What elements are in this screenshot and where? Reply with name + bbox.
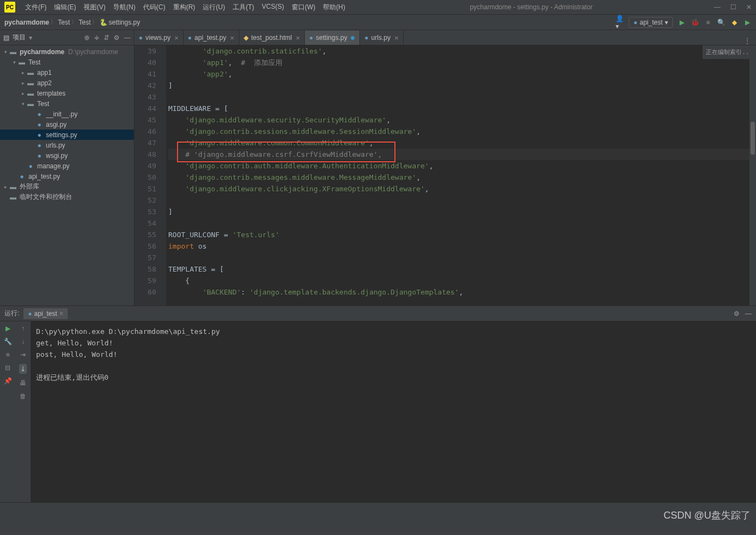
menu-item[interactable]: VCS(S) (258, 2, 287, 13)
close-tab-icon[interactable]: × (174, 34, 179, 42)
menu-item[interactable]: 导航(N) (110, 2, 139, 13)
tree-row[interactable]: ▸▬app2 (0, 78, 134, 88)
maximize-icon[interactable]: ☐ (730, 3, 736, 11)
stop-icon[interactable]: ■ (704, 18, 712, 27)
pin-icon[interactable]: 📌 (4, 377, 12, 385)
ide-update-icon[interactable]: ◆ (730, 18, 739, 27)
tree-arrow-icon[interactable]: ▾ (11, 60, 17, 65)
debug-icon[interactable]: 🐞 (690, 18, 699, 27)
tree-row[interactable]: ▾▬Test (0, 98, 134, 109)
tree-row[interactable]: ▾▬Test (0, 57, 134, 67)
editor-scrollbar[interactable] (749, 45, 756, 305)
menu-item[interactable]: 代码(C) (140, 2, 169, 13)
tree-row[interactable]: ●wsgi.py (0, 150, 134, 161)
console-output[interactable]: D:\py\python.exe D:\pycharmdome\api_test… (31, 321, 756, 502)
code-line[interactable]: 'django.middleware.clickjacking.XFrameOp… (168, 183, 756, 195)
up-icon[interactable]: ↑ (21, 325, 25, 332)
down-icon[interactable]: ↓ (21, 338, 25, 345)
gear-icon[interactable]: ⚙ (734, 310, 740, 318)
tree-arrow-icon[interactable]: ▸ (20, 91, 26, 96)
code-line[interactable]: import os (168, 240, 756, 252)
print-icon[interactable]: 🖶 (20, 379, 26, 387)
menu-item[interactable]: 窗口(W) (288, 2, 318, 13)
menu-item[interactable]: 视图(V) (80, 2, 109, 13)
breadcrumb-root[interactable]: pycharmdome (4, 19, 49, 26)
tree-row[interactable]: ▾▬pycharmdome D:\pycharmdome (0, 46, 134, 57)
close-icon[interactable]: × (60, 310, 63, 318)
tree-arrow-icon[interactable]: ▸ (20, 80, 26, 86)
code-line[interactable]: MIDDLEWARE = [ (168, 103, 756, 114)
add-user-icon[interactable]: 👤▾ (616, 18, 624, 27)
rerun-icon[interactable]: ▶ (5, 325, 10, 332)
tree-row[interactable]: ▬临时文件和控制台 (0, 192, 134, 202)
tree-arrow-icon[interactable]: ▾ (2, 49, 9, 55)
code-line[interactable]: ] (168, 206, 756, 217)
toolbox-icon[interactable]: ▶ (743, 18, 752, 27)
stop-icon[interactable]: ■ (5, 351, 9, 358)
menu-item[interactable]: 工具(T) (229, 2, 257, 13)
code-line[interactable]: 'django.contrib.staticfiles', (168, 45, 756, 57)
tree-arrow-icon[interactable]: ▸ (20, 70, 26, 75)
target-icon[interactable]: ⊕ (84, 34, 90, 42)
hide-icon[interactable]: — (745, 310, 752, 318)
breadcrumb-folder[interactable]: Test (58, 19, 70, 26)
code-line[interactable]: ] (168, 80, 756, 91)
code-line[interactable] (168, 91, 756, 103)
menu-item[interactable]: 运行(U) (199, 2, 228, 13)
code-line[interactable]: ROOT_URLCONF = 'Test.urls' (168, 229, 756, 240)
gear-icon[interactable]: ⚙ (114, 34, 120, 42)
code-editor[interactable]: 3940414243444546474849505152535455565758… (134, 45, 756, 305)
editor-tab[interactable]: ◆test_post.html× (239, 31, 305, 45)
tree-arrow-icon[interactable]: ▾ (20, 101, 26, 107)
more-tabs-icon[interactable]: ⋮ (739, 37, 756, 45)
scroll-to-end-icon[interactable]: ⤓ (19, 364, 27, 374)
tree-row[interactable]: ▸▬外部库 (0, 181, 134, 192)
tree-row[interactable]: ●__init__.py (0, 109, 134, 119)
breadcrumb-file[interactable]: settings.py (109, 19, 140, 26)
tree-row[interactable]: ●asgi.py (0, 119, 134, 130)
code-line[interactable] (168, 195, 756, 206)
code-line[interactable]: 'django.contrib.sessions.middleware.Sess… (168, 126, 756, 137)
close-tab-icon[interactable]: × (230, 34, 234, 42)
soft-wrap-icon[interactable]: ⇥ (20, 351, 26, 358)
code-line[interactable] (168, 252, 756, 263)
code-line[interactable]: 'BACKEND': 'django.template.backends.dja… (168, 286, 756, 298)
menu-item[interactable]: 编辑(E) (51, 2, 79, 13)
tree-row[interactable]: ▸▬app1 (0, 67, 134, 78)
menu-item[interactable]: 重构(R) (170, 2, 199, 13)
layout-icon[interactable]: ⊟ (5, 364, 10, 372)
tree-row[interactable]: ●manage.py (0, 161, 134, 171)
code-line[interactable]: 'django.contrib.messages.middleware.Mess… (168, 172, 756, 183)
code-line[interactable]: # 'django.middleware.csrf.CsrfViewMiddle… (168, 149, 756, 160)
project-tree[interactable]: ▾▬pycharmdome D:\pycharmdome▾▬Test▸▬app1… (0, 45, 134, 305)
editor-tab[interactable]: ●urls.py× (360, 31, 403, 45)
breadcrumb-folder[interactable]: Test (79, 19, 91, 26)
code-line[interactable]: TEMPLATES = [ (168, 263, 756, 275)
tree-arrow-icon[interactable]: ▸ (2, 184, 9, 190)
close-tab-icon[interactable]: × (296, 34, 300, 42)
tree-row[interactable]: ●api_test.py (0, 171, 134, 181)
project-view-icon[interactable]: ▤ (3, 34, 9, 42)
search-icon[interactable]: 🔍 (717, 18, 725, 27)
chevron-down-icon[interactable]: ▾ (29, 34, 32, 42)
code-line[interactable]: { (168, 275, 756, 286)
tree-row[interactable]: ▸▬templates (0, 88, 134, 98)
tree-row[interactable]: ●urls.py (0, 140, 134, 150)
project-header-label[interactable]: 项目 (13, 33, 26, 42)
trash-icon[interactable]: 🗑 (20, 392, 26, 400)
editor-tab[interactable]: ●views.py× (134, 31, 184, 45)
code-line[interactable]: 'django.contrib.auth.middleware.Authenti… (168, 160, 756, 172)
editor-tab[interactable]: ●api_test.py× (184, 31, 239, 45)
run-config-selector[interactable]: ● api_test ▾ (629, 17, 673, 28)
code-line[interactable]: 'app1', # 添加应用 (168, 57, 756, 68)
scrollbar-thumb[interactable] (751, 122, 755, 155)
expand-icon[interactable]: ⇵ (104, 34, 109, 42)
minimize-icon[interactable]: — (714, 3, 720, 11)
menu-item[interactable]: 文件(F) (22, 2, 50, 13)
tree-row[interactable]: ●settings.py (0, 130, 134, 140)
code-line[interactable]: 'django.middleware.common.CommonMiddlewa… (168, 137, 756, 149)
run-tab[interactable]: ● api_test × (23, 308, 67, 319)
hide-icon[interactable]: — (124, 34, 131, 42)
code-line[interactable] (168, 217, 756, 229)
close-icon[interactable]: ✕ (746, 3, 752, 11)
